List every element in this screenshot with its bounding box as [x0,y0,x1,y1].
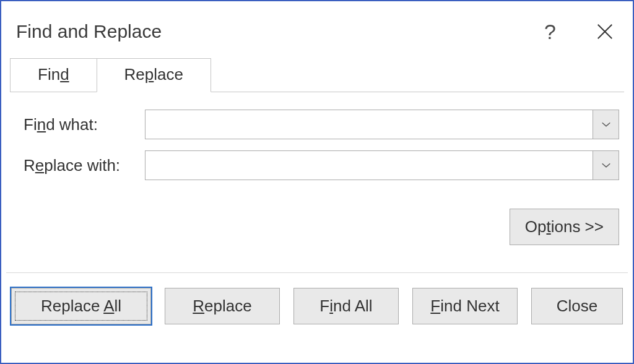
find-what-label: Find what: [24,115,145,134]
replace-with-input-wrap [145,150,619,180]
help-icon[interactable]: ? [544,20,556,44]
tabs: Find Replace [10,58,624,92]
tab-replace-label-post: lace [154,65,183,84]
chevron-down-icon [601,162,612,169]
replace-with-label: Replace with: [24,156,145,175]
options-row: Options >> [24,191,619,251]
find-what-input[interactable] [145,110,593,139]
chevron-down-icon [601,121,612,128]
replace-all-button[interactable]: Replace All [11,288,151,324]
options-button[interactable]: Options >> [510,209,619,245]
tab-find-label-u: d [60,65,69,84]
find-all-button[interactable]: Find All [293,288,399,324]
find-what-dropdown[interactable] [593,110,619,139]
replace-button[interactable]: Replace [165,288,280,324]
find-replace-dialog: Find and Replace ? Find Replace Find wha… [0,0,634,364]
tab-replace-label-u: p [145,65,154,84]
find-next-button[interactable]: Find Next [412,288,518,324]
replace-with-input[interactable] [145,151,593,180]
tab-content-border: Find what: Replace with: [10,92,624,264]
dialog-title: Find and Replace [16,21,544,42]
tab-content: Find what: Replace with: [10,92,624,264]
tab-area: Find Replace Find what: [1,52,633,264]
tab-find-label-pre: Fin [38,65,60,84]
tab-find[interactable]: Find [10,58,97,92]
find-what-input-wrap [145,110,619,139]
find-what-row: Find what: [24,110,619,139]
tab-replace-label-pre: Re [124,65,145,84]
titlebar: Find and Replace ? [1,1,633,52]
replace-with-row: Replace with: [24,150,619,180]
close-button[interactable]: Close [531,288,623,324]
replace-with-dropdown[interactable] [593,151,619,180]
button-row: Replace All Replace Find All Find Next C… [1,273,633,336]
tab-replace[interactable]: Replace [97,58,211,92]
close-icon[interactable] [592,19,618,45]
